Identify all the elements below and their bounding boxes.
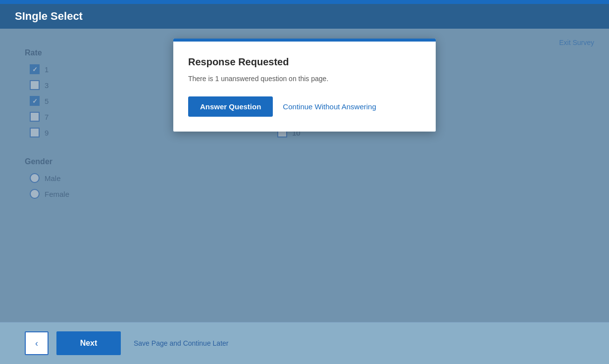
save-link[interactable]: Save Page and Continue Later [134,339,228,347]
modal-title: Response Requested [188,56,421,68]
answer-question-button[interactable]: Answer Question [188,96,273,117]
modal-overlay: Response Requested There is 1 unanswered… [0,29,609,322]
page-title: SIngle Select [15,10,83,23]
footer: ‹ Next Save Page and Continue Later [0,322,609,364]
top-bar [0,0,609,4]
back-button[interactable]: ‹ [25,331,49,355]
back-icon: ‹ [35,338,38,349]
modal: Response Requested There is 1 unanswered… [173,39,436,132]
continue-without-answering-link[interactable]: Continue Without Answering [283,102,376,111]
content-area: Exit Survey Rate 1 2 3 [0,29,609,322]
next-button[interactable]: Next [56,331,121,355]
modal-actions: Answer Question Continue Without Answeri… [188,96,421,117]
header: SIngle Select [0,4,609,29]
modal-message: There is 1 unanswered question on this p… [188,75,421,83]
modal-body: Response Requested There is 1 unanswered… [173,42,436,132]
page-wrapper: SIngle Select Exit Survey Rate 1 2 [0,4,609,364]
